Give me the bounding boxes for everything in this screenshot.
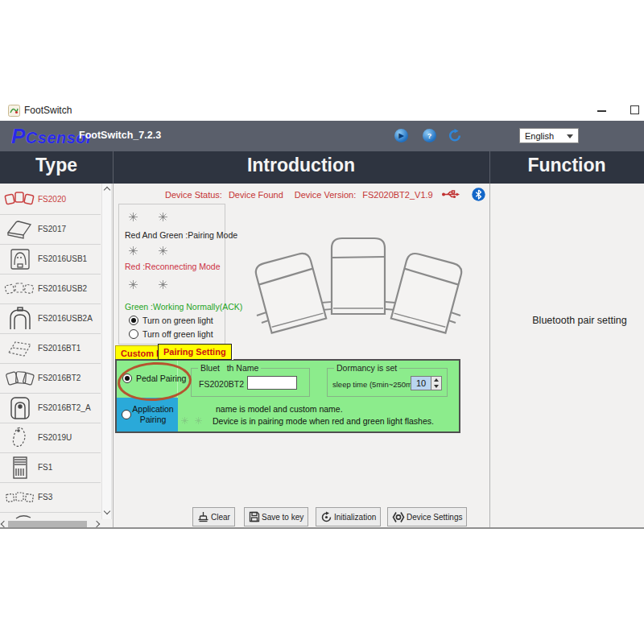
dormancy-group: Dormancy is set sleep time (5min~250min)…: [327, 368, 448, 397]
column-divider: [113, 151, 114, 184]
led-icon: [159, 246, 167, 255]
sidebar-item-fs2016usb2a[interactable]: FS2016USB2A: [0, 303, 101, 334]
sidebar-item-fs2017[interactable]: FS2017: [0, 214, 101, 245]
device-settings-icon: [392, 511, 405, 523]
stepper-down-icon[interactable]: [434, 385, 439, 388]
wedge-pedal-icon: [4, 217, 36, 242]
led-pair-pairing: [129, 213, 167, 221]
sidebar-item-fs2016usb2[interactable]: FS2016USB2: [0, 274, 101, 304]
app-window: FootSwitch PCsensor FootSwitch_7.2.3 ▶ ?…: [0, 0, 644, 644]
play-icon[interactable]: ▶: [394, 129, 408, 142]
rounded-arch-icon: [4, 396, 36, 420]
led-icon: [159, 213, 167, 221]
bluetooth-name-input[interactable]: [247, 376, 297, 390]
minimize-icon[interactable]: [597, 110, 606, 112]
scroll-right-icon[interactable]: [93, 521, 100, 527]
arch-pedal-icon: [4, 307, 36, 331]
app-version: FootSwitch_7.2.3: [79, 130, 161, 141]
led-pair-working: [129, 280, 167, 289]
bar-pedal-icon: [4, 456, 36, 480]
device-version-label: Device Version:: [295, 190, 356, 200]
radio-icon[interactable]: [122, 410, 131, 419]
sidebar-item-fs2016bt1[interactable]: FS2016BT1: [0, 333, 101, 364]
pod-pedal-icon: [4, 426, 36, 450]
scroll-left-icon[interactable]: [1, 521, 7, 527]
app-header: PCsensor FootSwitch_7.2.3 ▶ ? English: [0, 121, 644, 151]
led-icon: [129, 280, 138, 289]
sidebar-item-label: FS2017: [38, 225, 66, 233]
sidebar-vertical-scrollbar[interactable]: [101, 184, 112, 519]
device-settings-button[interactable]: Device Settings: [387, 507, 467, 526]
radio-pedal-pairing[interactable]: Pedal Pairing: [122, 374, 186, 383]
sidebar-item-label: FS2016BT2_A: [38, 403, 91, 412]
sidebar-item-label: FS1: [38, 463, 52, 472]
sidebar-item-label: FS2016USB2: [38, 284, 87, 293]
clear-button[interactable]: Clear: [192, 507, 235, 526]
led-pair-reconnect: [129, 246, 167, 255]
scroll-up-icon[interactable]: [104, 187, 110, 193]
note-pairing-mode: Device is in pairing mode when red and g…: [213, 416, 434, 426]
sidebar-item-fs2020[interactable]: FS2020: [0, 184, 101, 215]
sidebar-item-label: FS2016USB1: [38, 254, 87, 263]
sidebar-item-fs1[interactable]: FS1: [0, 452, 101, 483]
radio-turn-off-green[interactable]: Turn off green light: [129, 329, 213, 339]
content-divider: [489, 184, 490, 528]
led-icon: [159, 280, 167, 289]
radio-icon[interactable]: [122, 374, 132, 383]
dormancy-group-title: Dormancy is set: [334, 363, 399, 373]
pairing-mode-text: Red And Green :Pairing Mode: [125, 230, 237, 240]
column-title-introduction: Introduction: [113, 155, 489, 176]
foot-pedal-illustration: [244, 232, 473, 336]
help-icon[interactable]: ?: [423, 129, 436, 142]
window-titlebar: FootSwitch: [0, 100, 644, 121]
fanned-pedals-icon: [4, 366, 36, 390]
column-title-function: Function: [489, 155, 644, 176]
sidebar-item-fs2016bt2-a[interactable]: FS2016BT2_A: [0, 393, 101, 423]
led-icon: [129, 246, 138, 255]
sidebar-item-label: FS2016BT1: [38, 344, 80, 353]
initialization-icon: [320, 511, 332, 523]
sidebar-item-fs2016usb1[interactable]: FS2016USB1: [0, 244, 101, 275]
led-legend-panel: Red And Green :Pairing Mode Red :Reconne…: [118, 204, 225, 345]
bluetooth-name-value: FS2020BT2: [199, 379, 244, 389]
sleep-time-stepper[interactable]: 10: [411, 376, 442, 390]
sidebar-item-fs2016bt2[interactable]: FS2016BT2: [0, 363, 101, 394]
content-area: FS2020 FS2017 FS2016USB1: [0, 184, 644, 528]
sidebar-item-label: FS2019U: [38, 433, 72, 442]
initialization-button[interactable]: Initialization: [316, 507, 381, 526]
scroll-down-icon[interactable]: [104, 508, 110, 514]
chevron-down-icon: [567, 134, 573, 138]
refresh-icon[interactable]: [448, 129, 462, 142]
save-to-key-button[interactable]: Save to key: [244, 507, 308, 526]
radio-icon[interactable]: [129, 316, 138, 325]
scrollbar-thumb[interactable]: [8, 521, 87, 527]
device-status-value: Device Found: [229, 190, 283, 200]
pairing-mode-column: Pedal Pairing Application Pairing: [117, 361, 178, 431]
button-label: Clear: [211, 513, 230, 522]
sleep-time-label: sleep time (5min~250min): [332, 380, 421, 389]
maximize-icon[interactable]: [630, 105, 639, 114]
radio-icon[interactable]: [129, 329, 138, 339]
radio-turn-on-green[interactable]: Turn on green light: [129, 316, 213, 325]
sidebar-item-fs3[interactable]: FS3: [0, 482, 101, 513]
reconnect-mode-text: Red :Reconnecting Mode: [125, 262, 221, 271]
sidebar-item-label: FS2016USB2A: [38, 314, 93, 323]
sidebar-item-fs2019u[interactable]: FS2019U: [0, 423, 101, 453]
tab-pairing-setting[interactable]: Pairing Setting: [158, 344, 232, 360]
column-header-bar: Type Introduction Function: [0, 151, 644, 184]
device-status-row: Device Status: Device Found Device Versi…: [165, 188, 485, 201]
working-mode-text: Green :Working Normally(ACK): [125, 302, 242, 312]
radio-application-pairing[interactable]: Application Pairing: [117, 398, 178, 431]
column-divider: [489, 151, 490, 184]
triple-square-icon: [4, 485, 36, 510]
stepper-up-icon[interactable]: [434, 378, 439, 382]
tab-label: Pairing Setting: [163, 347, 226, 357]
app-logo-icon: [8, 105, 20, 117]
language-dropdown[interactable]: English: [519, 128, 579, 143]
stepper-arrows[interactable]: [431, 376, 442, 390]
sketch-pedal-icon: [4, 336, 36, 361]
led-icon: [195, 417, 202, 424]
window-bottom-border: [0, 527, 644, 529]
radio-label: Turn off green light: [142, 329, 213, 339]
pairing-setting-panel: Pedal Pairing Application Pairing Bluet …: [115, 359, 460, 433]
